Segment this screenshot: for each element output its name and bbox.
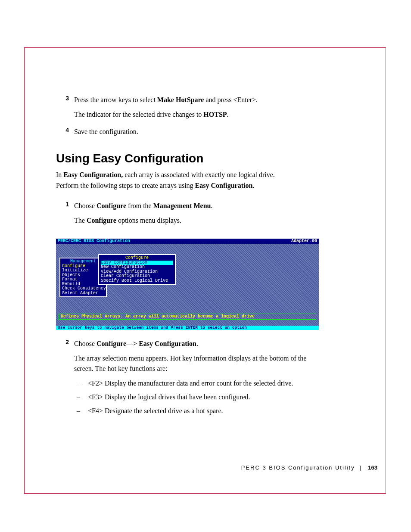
step-1: 1 Choose Configure from the Management M… [56,201,323,230]
intro-paragraph: In Easy Configuration, each array is ass… [56,170,289,191]
page-number: 163 [368,464,377,471]
step-text: Press the arrow keys to select Make HotS… [74,95,323,105]
text: . [211,202,212,209]
text: Choose [74,340,97,347]
step-number: 1 [56,201,74,230]
footer-title: PERC 3 BIOS Configuration Utility [241,464,355,471]
step-body: Save the configuration. [74,127,323,141]
bios-title-right: Adapter-00 [291,239,317,244]
text: The indicator for the selected drive cha… [74,111,203,118]
step-text: Choose Configure from the Management Men… [74,201,323,211]
text: . [196,340,198,347]
text: Press the arrow keys to select [74,96,157,103]
hotkey-text: <F4> Designate the selected drive as a h… [88,406,323,416]
page-footer: PERC 3 BIOS Configuration Utility | 163 [241,464,377,471]
section-heading: Using Easy Configuration [56,152,323,165]
bullet-dash: – [74,406,88,416]
step-number: 3 [56,95,74,124]
configure-menu: Configure Easy Configuration New Configu… [98,254,176,285]
bullet-dash: – [74,378,88,389]
step-4: 4 Save the configuration. [56,127,323,141]
text: In [56,171,63,178]
text: and press <Enter>. [204,96,258,103]
hotkey-f3: – <F3> Display the logical drives that h… [74,392,323,402]
step-body: Press the arrow keys to select Make HotS… [74,95,323,124]
step-text: Save the configuration. [74,127,323,137]
text: . [227,111,229,118]
bios-background: Management Configure Initialize Objects … [56,244,319,326]
bold-text: Easy Configuration [195,182,253,189]
bullet-dash: – [74,392,88,402]
hotkey-text: <F2> Display the manufacturer data and e… [88,378,323,389]
text: Choose [74,202,97,209]
bold-text: Configure [97,202,126,209]
bold-text: Configure [87,217,116,224]
bold-text: Configure—> Easy Configuration [97,340,196,347]
step-number: 4 [56,127,74,141]
bios-screenshot: PERC/CERC BIOS Configuration Adapter-00 … [56,239,319,330]
step-text: The Configure options menu displays. [74,215,323,226]
bold-text: Easy Configuration, [63,171,123,178]
step-2: 2 Choose Configure—> Easy Configuration.… [56,339,323,420]
bios-footer-bar: Use cursor keys to navigate between item… [56,326,319,330]
step-text: Choose Configure—> Easy Configuration. [74,339,323,349]
footer-divider: | [360,464,361,471]
text: options menu displays. [116,217,181,224]
hotkey-text: <F3> Display the logical drives that hav… [88,392,323,402]
step-body: Choose Configure—> Easy Configuration. T… [74,339,323,420]
hotkey-list: – <F2> Display the manufacturer data and… [74,378,323,416]
menu-item-specify-boot[interactable]: Specify Boot Logical Drive [101,279,173,283]
text: . [252,182,254,189]
bold-text: HOTSP [203,111,227,118]
bold-text: Make HotSpare [157,96,204,103]
bios-title-left: PERC/CERC BIOS Configuration [58,239,130,244]
step-text: The array selection menu appears. Hot ke… [74,353,323,374]
text: The [74,217,87,224]
bios-help-bar: Defines Physical Arrays. An array will a… [59,314,316,320]
hotkey-f4: – <F4> Designate the selected drive as a… [74,406,323,416]
step-number: 2 [56,339,74,420]
bold-text: Management Menu [153,202,211,209]
hotkey-f2: – <F2> Display the manufacturer data and… [74,378,323,389]
text: from the [126,202,153,209]
bios-titlebar: PERC/CERC BIOS Configuration Adapter-00 [56,239,319,244]
menu-item-select-adapter[interactable]: Select Adapter [62,291,104,296]
step-3: 3 Press the arrow keys to select Make Ho… [56,95,323,124]
step-body: Choose Configure from the Management Men… [74,201,323,230]
step-text: The indicator for the selected drive cha… [74,109,323,120]
page-content: 3 Press the arrow keys to select Make Ho… [56,95,323,422]
